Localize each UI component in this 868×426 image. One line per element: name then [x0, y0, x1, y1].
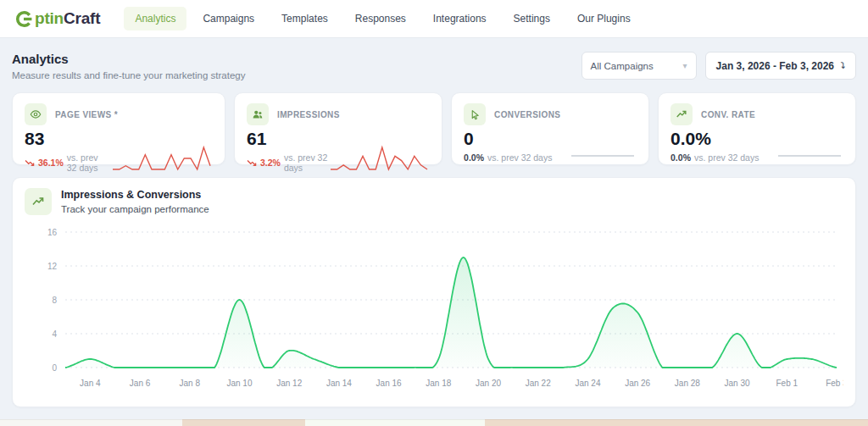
- chevron-down-icon: ▾: [683, 61, 687, 70]
- impressions-conversions-chart-card: Impressions & Conversions Track your cam…: [12, 177, 856, 407]
- sparkline: [569, 132, 637, 163]
- brand-name: ptinCraft: [35, 9, 100, 28]
- trend-percent: 36.1%: [38, 158, 64, 168]
- sparkline: [776, 132, 843, 163]
- sparkline: [328, 142, 430, 173]
- brand-logo[interactable]: ptinCraft: [15, 9, 100, 28]
- stat-card-impressions: IMPRESSIONS 61 3.2% vs. prev 32 days: [234, 92, 442, 165]
- sparkline-svg: [110, 142, 213, 173]
- chart-title: Impressions & Conversions: [61, 189, 209, 201]
- eye-icon: [25, 103, 47, 125]
- stat-card-page-views: PAGE VIEWS * 83 36.1% vs. prev 32 days: [12, 92, 225, 165]
- x-axis-label: Feb 3: [826, 379, 843, 388]
- x-axis-label: Jan 24: [575, 379, 600, 388]
- header-controls: All Campaigns ▾ Jan 3, 2026 - Feb 3, 202…: [581, 52, 856, 80]
- users-icon: [247, 103, 269, 125]
- sparkline: [110, 142, 213, 173]
- nav-item-templates[interactable]: Templates: [270, 7, 339, 30]
- chevron-down-icon: ⤵︎: [841, 61, 845, 70]
- x-axis-label: Jan 20: [476, 379, 501, 388]
- nav-item-analytics[interactable]: Analytics: [124, 7, 186, 30]
- x-axis-label: Jan 16: [376, 379, 402, 388]
- x-axis-label: Jan 22: [526, 379, 551, 388]
- x-axis-label: Jan 30: [725, 379, 750, 388]
- trend-note: vs. prev 32 days: [694, 152, 759, 163]
- trend-note: vs. prev 32 days: [284, 152, 328, 173]
- sparkline-svg: [569, 132, 637, 163]
- below-fold-strip: [0, 419, 868, 426]
- campaign-select-value: All Campaigns: [591, 61, 654, 71]
- x-axis-label: Jan 26: [625, 379, 650, 388]
- stat-label: IMPRESSIONS: [277, 110, 340, 119]
- cursor-icon: [464, 103, 486, 125]
- sparkline-svg: [776, 132, 843, 163]
- nav-item-our-plugins[interactable]: Our Plugins: [566, 7, 642, 30]
- sparkline-path: [113, 147, 210, 169]
- trend-percent: 3.2%: [260, 158, 281, 168]
- date-range-value: Jan 3, 2026 - Feb 3, 2026: [716, 60, 834, 72]
- y-axis-label: 12: [47, 262, 58, 271]
- below-fold-segment: [305, 419, 485, 426]
- stat-label: CONV. RATE: [701, 110, 755, 119]
- below-fold-segment: [485, 419, 868, 426]
- stat-label: PAGE VIEWS *: [55, 110, 118, 119]
- nav-item-responses[interactable]: Responses: [344, 7, 417, 30]
- stat-value: 83: [25, 129, 110, 149]
- stat-label: CONVERSIONS: [494, 110, 560, 119]
- area-chart-canvas: 0481216Jan 4Jan 6Jan 8Jan 10Jan 12Jan 14…: [25, 224, 843, 400]
- trending-down-icon: [25, 155, 35, 170]
- x-axis-label: Jan 8: [180, 379, 201, 388]
- below-fold-segment: [0, 419, 182, 426]
- x-axis-label: Jan 18: [426, 379, 451, 388]
- page-title: Analytics: [12, 52, 246, 66]
- below-fold-segment: [182, 419, 305, 426]
- y-axis-label: 16: [47, 228, 58, 237]
- trend-note: vs. prev 32 days: [487, 152, 552, 163]
- nav-item-campaigns[interactable]: Campaigns: [192, 7, 265, 30]
- sparkline-svg: [328, 142, 430, 173]
- stat-card-conv-rate: CONV. RATE 0.0% 0.0% vs. prev 32 days: [658, 92, 856, 165]
- page-header: Analytics Measure results and fine-tune …: [12, 52, 246, 80]
- nav-item-integrations[interactable]: Integrations: [422, 7, 498, 30]
- x-axis-label: Jan 10: [226, 379, 252, 388]
- x-axis-label: Jan 28: [675, 379, 700, 388]
- stat-value: 61: [247, 129, 328, 149]
- y-axis-label: 0: [52, 363, 57, 373]
- trend-percent: 0.0%: [464, 152, 484, 163]
- optincraft-logo-icon: [15, 10, 33, 28]
- y-axis-label: 4: [52, 329, 57, 339]
- stats-row: PAGE VIEWS * 83 36.1% vs. prev 32 days: [12, 92, 856, 165]
- nav-item-settings[interactable]: Settings: [503, 7, 561, 30]
- x-axis-label: Jan 14: [326, 379, 352, 388]
- x-axis-label: Jan 6: [130, 379, 151, 388]
- y-axis-label: 8: [52, 296, 57, 305]
- trending-down-icon: [247, 155, 257, 170]
- main-nav: Analytics Campaigns Templates Responses …: [124, 7, 641, 30]
- x-axis-label: Jan 12: [276, 379, 302, 388]
- chart-subtitle: Track your campaign performance: [61, 204, 209, 214]
- trend-percent: 0.0%: [670, 152, 691, 163]
- trend-note: vs. prev 32 days: [67, 152, 110, 173]
- stat-value: 0.0%: [670, 129, 759, 149]
- top-navbar: ptinCraft Analytics Campaigns Templates …: [0, 0, 868, 38]
- trending-up-icon: [25, 188, 52, 215]
- area-chart-svg: 0481216Jan 4Jan 6Jan 8Jan 10Jan 12Jan 14…: [25, 224, 843, 400]
- page-subtitle: Measure results and fine-tune your marke…: [12, 70, 246, 80]
- chart-area-fill: [65, 257, 837, 368]
- x-axis-label: Feb 1: [776, 379, 798, 388]
- stat-card-conversions: CONVERSIONS 0 0.0% vs. prev 32 days: [451, 92, 649, 165]
- trending-up-icon: [670, 103, 693, 125]
- campaign-select[interactable]: All Campaigns ▾: [581, 52, 697, 80]
- date-range-picker[interactable]: Jan 3, 2026 - Feb 3, 2026 ⤵︎: [705, 52, 856, 80]
- sparkline-path: [331, 147, 427, 169]
- stat-value: 0: [464, 129, 552, 149]
- x-axis-label: Jan 4: [80, 379, 101, 388]
